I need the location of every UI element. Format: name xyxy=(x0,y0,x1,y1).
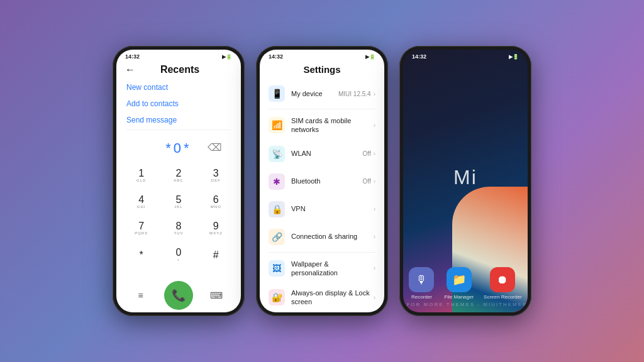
app-label-2: Screen Recorder xyxy=(484,294,521,300)
app-label-1: File Manager xyxy=(444,294,474,300)
time-1: 14:32 xyxy=(125,53,140,60)
add-to-contacts-link[interactable]: Add to contacts xyxy=(126,99,231,108)
settings-arrow-5: › xyxy=(374,233,375,240)
app-icon-wrap-2[interactable]: ⏺ Screen Recorder xyxy=(484,267,521,300)
settings-icon-0: 📱 xyxy=(269,85,285,102)
settings-arrow-3: › xyxy=(374,178,375,185)
divider-1 xyxy=(126,129,231,130)
settings-divider-0 xyxy=(269,109,375,109)
dial-key-9[interactable]: 9WXYZ xyxy=(201,217,230,241)
settings-value-0: MIUI 12.5.4 xyxy=(338,90,371,97)
status-bar-2: 14:32 ▶🔋 xyxy=(260,50,384,62)
status-icons-2: ▶🔋 xyxy=(365,54,375,60)
settings-arrow-6: › xyxy=(374,265,375,272)
dial-key-0[interactable]: 0+ xyxy=(164,243,193,267)
settings-label-0: My device xyxy=(291,89,338,98)
settings-icon-5: 🔗 xyxy=(269,229,285,245)
dial-key-7[interactable]: 7PQRS xyxy=(127,217,156,241)
dial-key-*[interactable]: * xyxy=(127,243,156,267)
phone-recents: 14:32 ▶🔋 ← Recents New contact Add to co… xyxy=(113,46,245,316)
send-message-link[interactable]: Send message xyxy=(126,116,231,124)
app-icon-wrap-1[interactable]: 📁 File Manager xyxy=(444,267,474,300)
status-bar-3: 14:32 ▶🔋 xyxy=(403,50,528,62)
phone-settings: 14:32 ▶🔋 Settings 📱 My device MIUI 12.5.… xyxy=(256,46,388,316)
status-icons-1: ▶🔋 xyxy=(222,54,232,60)
settings-icon-6: 🖼 xyxy=(269,260,285,277)
settings-icon-3: ✱ xyxy=(269,173,285,190)
settings-item-4[interactable]: 🔒 VPN › xyxy=(260,195,384,223)
settings-divider-5 xyxy=(269,252,375,253)
settings-value-2: Off xyxy=(363,150,371,157)
recents-header: ← Recents xyxy=(116,62,241,80)
settings-item-6[interactable]: 🖼 Wallpaper & personalization › xyxy=(260,254,384,283)
new-contact-link[interactable]: New contact xyxy=(126,83,231,92)
status-bar-1: 14:32 ▶🔋 xyxy=(116,50,241,62)
app-icon-0: 🎙 xyxy=(409,267,434,292)
phone3-screen: 14:32 ▶🔋 Mi 🎙 Recorder 📁 File Manager ⏺ … xyxy=(403,50,528,312)
dialpad-bottom: ≡ 📞 ⌨ xyxy=(116,277,241,312)
time-2: 14:32 xyxy=(269,53,283,60)
dialer-display-row: *0* ⌫ xyxy=(116,133,241,162)
settings-item-2[interactable]: 📡 WLAN Off › xyxy=(260,140,384,168)
time-3: 14:32 xyxy=(412,53,426,60)
settings-label-1: SIM cards & mobile networks xyxy=(291,116,374,134)
settings-item-7[interactable]: 🔐 Always-on display & Lock screen › xyxy=(260,283,384,312)
dial-key-4[interactable]: 4GHI xyxy=(127,190,156,214)
dial-key-1[interactable]: 1GLD xyxy=(127,164,156,188)
settings-arrow-1: › xyxy=(374,122,375,129)
dial-key-8[interactable]: 8TUV xyxy=(164,217,193,241)
settings-item-0[interactable]: 📱 My device MIUI 12.5.4 › xyxy=(260,80,384,107)
back-button[interactable]: ← xyxy=(125,64,135,75)
dial-key-#[interactable]: # xyxy=(201,243,230,267)
settings-arrow-2: › xyxy=(374,150,375,157)
app-icon-2: ⏺ xyxy=(490,267,515,292)
settings-item-3[interactable]: ✱ Bluetooth Off › xyxy=(260,168,384,195)
recents-title: Recents xyxy=(140,64,219,75)
settings-label-7: Always-on display & Lock screen xyxy=(291,288,374,307)
settings-value-3: Off xyxy=(363,178,371,185)
menu-icon[interactable]: ≡ xyxy=(128,283,153,308)
app-dock: 🎙 Recorder 📁 File Manager ⏺ Screen Recor… xyxy=(409,267,521,300)
backspace-button[interactable]: ⌫ xyxy=(208,141,222,153)
settings-item-1[interactable]: 📶 SIM cards & mobile networks › xyxy=(260,111,384,140)
dial-key-6[interactable]: 6MNO xyxy=(201,190,230,214)
app-icon-wrap-0[interactable]: 🎙 Recorder xyxy=(409,267,434,300)
settings-arrow-0: › xyxy=(374,90,375,97)
settings-label-6: Wallpaper & personalization xyxy=(291,260,374,278)
app-label-0: Recorder xyxy=(411,294,432,300)
settings-item-5[interactable]: 🔗 Connection & sharing › xyxy=(260,223,384,251)
settings-label-3: Bluetooth xyxy=(291,177,363,185)
dialer-display: *0* xyxy=(116,133,241,162)
settings-title: Settings xyxy=(260,62,384,80)
phone2-screen: 14:32 ▶🔋 Settings 📱 My device MIUI 12.5.… xyxy=(260,50,384,312)
dialpad: 1GLD2ABC3DEF4GHI5JKL6MNO7PQRS8TUV9WXYZ*0… xyxy=(116,162,241,277)
dial-key-2[interactable]: 2ABC xyxy=(164,164,193,188)
settings-arrow-4: › xyxy=(374,206,375,212)
mi-logo: Mi xyxy=(453,166,477,189)
watermark: VISIT FOR MORE THEMES - MIUITHEMER.COM xyxy=(403,302,528,307)
phone1-screen: 14:32 ▶🔋 ← Recents New contact Add to co… xyxy=(116,50,241,312)
app-icon-1: 📁 xyxy=(447,267,472,292)
settings-arrow-7: › xyxy=(374,294,375,301)
settings-icon-4: 🔒 xyxy=(269,201,285,217)
dial-key-3[interactable]: 3DEF xyxy=(201,164,230,188)
settings-label-2: WLAN xyxy=(291,149,363,158)
call-button[interactable]: 📞 xyxy=(164,281,193,310)
contact-actions: New contact Add to contacts Send message xyxy=(116,80,241,127)
home-content: Mi 🎙 Recorder 📁 File Manager ⏺ Screen Re… xyxy=(403,62,528,312)
keyboard-icon[interactable]: ⌨ xyxy=(204,283,229,308)
settings-list: 📱 My device MIUI 12.5.4 › 📶 SIM cards & … xyxy=(260,80,384,312)
settings-icon-2: 📡 xyxy=(269,146,285,162)
status-icons-3: ▶🔋 xyxy=(509,54,519,60)
settings-icon-1: 📶 xyxy=(269,117,285,133)
settings-label-4: VPN xyxy=(291,204,374,213)
phone-home: 14:32 ▶🔋 Mi 🎙 Recorder 📁 File Manager ⏺ … xyxy=(399,46,531,316)
settings-label-5: Connection & sharing xyxy=(291,232,374,241)
dial-key-5[interactable]: 5JKL xyxy=(164,190,193,214)
settings-icon-7: 🔐 xyxy=(269,289,285,305)
